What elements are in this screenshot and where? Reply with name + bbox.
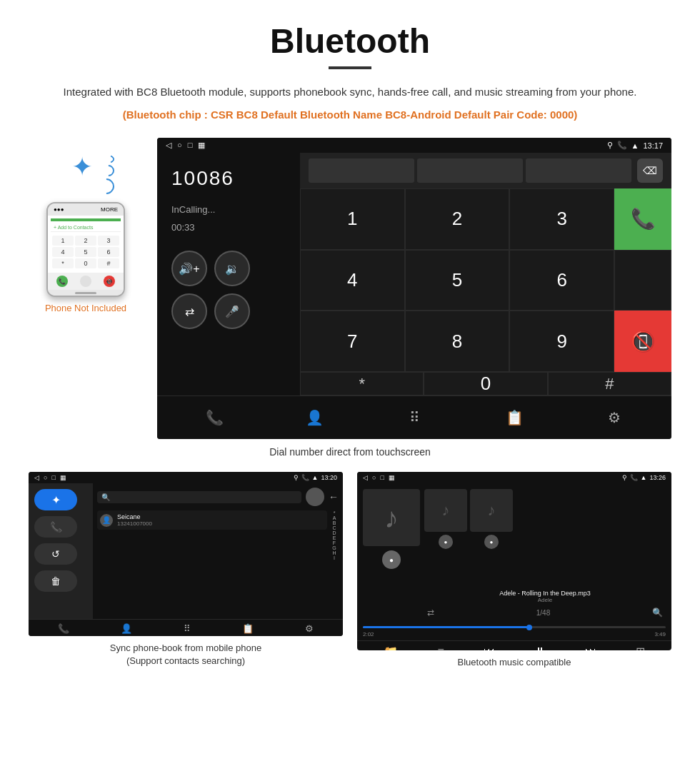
phone-body: ●●● MORE + Add to Contacts 1 2 3 4 5 6 *… — [46, 202, 125, 297]
mini-nav-phone[interactable]: 📞 — [58, 623, 69, 634]
nav-phone-icon[interactable]: 📞 — [200, 403, 229, 432]
music-song-title: Adele - Rolling In the Deep.mp3 — [424, 590, 666, 597]
music-next-icon[interactable]: ⏭ — [585, 645, 596, 651]
volume-down-button[interactable]: 🔉 — [214, 251, 250, 286]
phone-numpad: 1 2 3 4 5 6 * 0 # — [51, 234, 121, 270]
call-accept-button[interactable]: 📞 — [614, 188, 671, 250]
music-search-icon[interactable]: 🔍 — [652, 608, 663, 618]
phone-top-bar: ●●● MORE — [48, 203, 124, 216]
bottom-screens: ◁ ○ □ ▦ ⚲ 📞 ▲ 13:20 — [29, 472, 671, 672]
call-end-button[interactable]: 📵 — [614, 311, 671, 372]
music-album-2: ♪ — [424, 489, 467, 532]
contact-number: 13241007000 — [117, 520, 324, 527]
statusbar-left: ◁ ○ □ ▦ — [166, 141, 205, 150]
phone-carrier: ●●● — [54, 206, 64, 213]
phone-key-6: 6 — [98, 247, 119, 257]
mic-button[interactable]: 🎤 — [214, 293, 250, 329]
transfer-button[interactable]: ⇄ — [171, 293, 207, 329]
numpad-key-2[interactable]: 2 — [405, 188, 510, 250]
numpad-key-9[interactable]: 9 — [509, 311, 614, 372]
contacts-body: ✦ 📞 ↺ 🗑 🔍 ← — [29, 483, 343, 619]
contacts-back-icon: ◁ — [34, 474, 39, 481]
nav-contacts-icon[interactable]: 👤 — [300, 403, 329, 432]
music-details: Adele - Rolling In the Deep.mp3 Adele — [424, 590, 666, 603]
music-artist: Adele — [424, 597, 666, 603]
progress-bar[interactable] — [363, 626, 666, 628]
numpad-key-5[interactable]: 5 — [405, 250, 510, 311]
statusbar-right: ⚲ 📞 ▲ 13:17 — [607, 141, 663, 150]
contacts-search-box[interactable]: 🔍 — [97, 491, 301, 503]
music-eq-icon[interactable]: ⊞ — [636, 645, 645, 650]
contacts-bt-icon[interactable]: ✦ — [34, 489, 77, 510]
music-screen-body: ♪ ● ♪ ● — [357, 483, 671, 650]
contacts-scroll-indicator — [306, 488, 324, 506]
music-shuffle-icon[interactable]: ⇄ — [427, 608, 434, 618]
dial-statusbar: ◁ ○ □ ▦ ⚲ 📞 ▲ 13:17 — [157, 138, 671, 153]
music-time: 13:26 — [649, 474, 666, 481]
numpad-key-8[interactable]: 8 — [405, 311, 510, 372]
dial-input-segment-2 — [417, 158, 523, 183]
backspace-button[interactable]: ⌫ — [637, 158, 663, 183]
app-switch-icon: □ — [188, 141, 193, 150]
music-notif-icon: ▦ — [389, 474, 395, 481]
contacts-right-panel: 🔍 ← 👤 Seicane 1324 — [93, 483, 343, 619]
mini-nav-contacts[interactable]: 👤 — [121, 623, 132, 634]
contacts-delete-btn[interactable]: 🗑 — [34, 570, 77, 592]
music-progress-area: 2:02 3:49 — [357, 623, 671, 640]
dial-input-segment-3 — [526, 158, 631, 183]
contacts-wifi-icon: ▲ — [312, 474, 319, 481]
contacts-navbar: 📞 👤 ⠿ 📋 ⚙ — [29, 619, 343, 636]
contacts-back-btn[interactable]: ← — [329, 491, 339, 503]
contacts-statusbar: ◁ ○ □ ▦ ⚲ 📞 ▲ 13:20 — [29, 472, 343, 483]
music-secondary-albums: ♪ ● ♪ ● — [424, 489, 666, 549]
mini-nav-settings[interactable]: ⚙ — [305, 623, 314, 634]
music-folder-icon[interactable]: 📁 — [384, 645, 398, 650]
phone-key-2: 2 — [75, 236, 96, 246]
music-play-2[interactable]: ● — [439, 535, 453, 549]
numpad-key-7[interactable]: 7 — [300, 311, 405, 372]
numpad-key-hash[interactable]: # — [548, 372, 671, 395]
numpad-key-4[interactable]: 4 — [300, 250, 405, 311]
dial-number: 10086 — [171, 167, 234, 190]
contact-item-seicane[interactable]: 👤 Seicane 13241007000 — [97, 510, 327, 530]
contacts-home-icon: ○ — [44, 474, 47, 481]
music-secondary-area: ♪ ● ♪ ● — [424, 489, 666, 618]
dial-timer: 00:33 — [171, 222, 195, 233]
contacts-call-icon: 📞 — [301, 474, 309, 481]
bluetooth-symbol-icon: ✦ — [71, 152, 93, 182]
nav-recent-icon[interactable]: 📋 — [500, 403, 529, 432]
music-play-button-main[interactable]: ● — [382, 550, 401, 569]
numpad-key-1[interactable]: 1 — [300, 188, 405, 250]
music-location-icon: ⚲ — [622, 474, 627, 481]
contacts-refresh-btn[interactable]: ↺ — [34, 543, 77, 565]
phone-bottom-buttons: 📞 📵 — [48, 273, 124, 290]
numpad-call-middle — [614, 250, 671, 311]
phone-call-button: 📞 — [56, 276, 68, 287]
numpad-key-star[interactable]: * — [300, 372, 424, 395]
nav-settings-icon[interactable]: ⚙ — [600, 403, 629, 432]
contacts-call-btn[interactable]: 📞 — [34, 516, 77, 538]
music-prev-icon[interactable]: ⏮ — [484, 645, 495, 651]
music-list-icon[interactable]: ≡ — [437, 645, 444, 651]
contacts-left-sidebar: ✦ 📞 ↺ 🗑 — [29, 483, 93, 619]
phone-key-0: 0 — [75, 258, 96, 268]
current-time: 2:02 — [363, 631, 374, 637]
alphabet-index: *ABCDEFGHI — [330, 510, 339, 615]
numpad-key-6[interactable]: 6 — [509, 250, 614, 311]
music-home-icon: ○ — [372, 474, 376, 481]
mini-nav-dialpad[interactable]: ⠿ — [184, 623, 191, 634]
numpad-key-3[interactable]: 3 — [509, 188, 614, 250]
dial-input-segment-1 — [309, 158, 414, 183]
numpad-key-0[interactable]: 0 — [424, 372, 547, 395]
dial-navbar: 📞 👤 ⠿ 📋 ⚙ — [157, 395, 671, 439]
nav-dialpad-icon[interactable]: ⠿ — [400, 403, 429, 432]
volume-up-button[interactable]: 🔊+ — [171, 251, 207, 286]
mini-nav-recent[interactable]: 📋 — [242, 623, 254, 634]
music-play-3[interactable]: ● — [484, 535, 499, 549]
music-play-pause-icon[interactable]: ⏸ — [534, 645, 546, 651]
music-car-screen: ◁ ○ □ ▦ ⚲ 📞 ▲ 13:26 — [357, 472, 671, 650]
contacts-list-area: 👤 Seicane 13241007000 *ABCDEFGHI — [97, 510, 339, 615]
progress-thumb — [526, 625, 532, 630]
contacts-notif-icon: ▦ — [60, 474, 66, 481]
spec-orange-text: (Bluetooth chip : CSR BC8 Default Blueto… — [29, 106, 671, 124]
